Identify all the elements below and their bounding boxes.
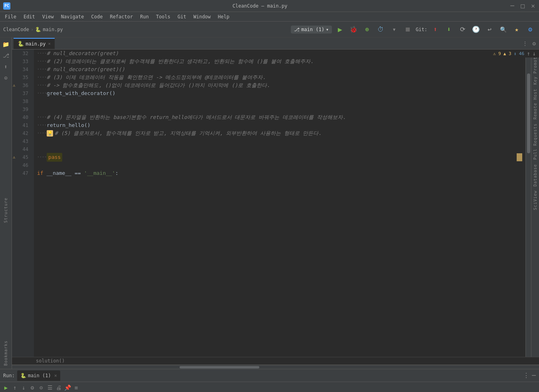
run-filter-button[interactable]: ⊝	[37, 383, 45, 392]
code-line-42: ···· 💡 # (5) 클로저로서, 함수객체를 인자로 받고, 지역상태를 …	[37, 129, 522, 137]
line-33: 33	[12, 57, 32, 65]
tab-bar-right: ⋮ ⚙	[521, 40, 537, 48]
maximize-button[interactable]: □	[520, 3, 525, 9]
scroll-thumb[interactable]	[527, 73, 530, 153]
code-text-37: greet_with_decorator()	[47, 89, 115, 97]
project-name[interactable]: CleanCode	[3, 27, 29, 32]
h-scroll-thumb[interactable]	[180, 366, 259, 368]
git-fetch-button[interactable]: ⟳	[457, 24, 468, 35]
git-push-button[interactable]: ⬆	[430, 24, 441, 35]
info-count: ↕ 46	[514, 51, 525, 56]
nav-up-button[interactable]: ↑	[527, 50, 530, 57]
code-content[interactable]: ···· # null_decorator(greet) ···· # (2) …	[34, 49, 525, 357]
line-39: 39	[12, 105, 32, 113]
search-button[interactable]: 🔍	[498, 24, 509, 35]
run-more-button[interactable]: ⋮	[523, 372, 529, 379]
menu-item-run[interactable]: Run	[137, 13, 152, 20]
tab-settings-icon[interactable]: ⋮	[521, 40, 529, 48]
run-pin-button[interactable]: 📌	[63, 383, 72, 392]
line-36: 36	[12, 81, 32, 89]
menu-item-refactor[interactable]: Refactor	[107, 13, 136, 20]
more-run-button[interactable]: ▾	[389, 24, 400, 35]
toolbar-right: ⎇ main (1) ▾ ▶ 🐞 ⊕ ⏱ ▾ ⏹ Git: ⬆ ⬇ ⟳ 🕐 ↩ …	[291, 24, 536, 35]
settings-button[interactable]: ⚙	[525, 24, 536, 35]
left-sidebar: 📁 ⎇ ⬆ ⊙ Structure Bookmarks	[0, 38, 12, 369]
run-print-button[interactable]: 🖨	[54, 383, 63, 392]
breadcrumb-sep: ›	[31, 27, 34, 32]
git-rollback-button[interactable]: ↩	[484, 24, 495, 35]
scrollbar-area[interactable]	[525, 49, 531, 357]
tab-close-button[interactable]: ×	[48, 41, 51, 46]
menu-item-code[interactable]: Code	[88, 13, 106, 20]
git-pull-button[interactable]: ⬇	[443, 24, 454, 35]
menu-item-git[interactable]: Git	[174, 13, 190, 20]
stop-button[interactable]: ⏹	[402, 24, 413, 35]
run-tab-main[interactable]: 🐍 main (1) ×	[17, 370, 60, 381]
line-32: 32	[12, 49, 32, 57]
code-line-36: ···· # -> 함수호출만해도, ()없이 데코레이터로 들어갔다가 ()까…	[37, 81, 522, 89]
menu-item-edit[interactable]: Edit	[20, 13, 38, 20]
run-list-button[interactable]: ☰	[45, 383, 54, 392]
line-38: 38	[12, 97, 32, 105]
menu-item-help[interactable]: Help	[215, 13, 233, 20]
sidebar-remote-host[interactable]: Remote Host	[532, 87, 538, 121]
line-45: 45	[12, 153, 32, 161]
sidebar-icon-project[interactable]: 📁	[1, 39, 11, 49]
coverage-button[interactable]: ⊕	[361, 24, 373, 35]
sidebar-pull-requests[interactable]: Pull Requests	[532, 122, 538, 161]
code-main-str: '__main__'	[84, 169, 115, 177]
menu-item-window[interactable]: Window	[190, 13, 214, 20]
run-button[interactable]: ▶	[334, 24, 346, 35]
window-title: CleanCode – main.py	[233, 3, 287, 9]
sidebar-database[interactable]: Database	[532, 162, 538, 188]
tab-main-py[interactable]: 🐍 main.py ×	[14, 38, 55, 49]
git-history-button[interactable]: 🕐	[470, 24, 482, 35]
star-button[interactable]: ★	[511, 24, 522, 35]
code-line-40: ···· # (4) 문자열을 반환하는 base기본함수 return_hel…	[37, 113, 522, 121]
menu-item-tools[interactable]: Tools	[153, 13, 174, 20]
debug-button[interactable]: 🐞	[348, 24, 359, 35]
nav-down-button[interactable]: ↓	[533, 50, 536, 57]
line-47: 47	[12, 169, 32, 177]
breadcrumb-toolbar: CleanCode › 🐍 main.py	[3, 27, 63, 32]
run-wrap-button[interactable]: ≡	[72, 383, 81, 392]
run-scroll-down-button[interactable]: ↓	[19, 383, 28, 392]
menu-item-file[interactable]: File	[2, 13, 20, 20]
minimize-button[interactable]: ─	[509, 3, 515, 9]
profile-button[interactable]: ⏱	[375, 24, 386, 35]
tab-gear-icon[interactable]: ⚙	[531, 40, 537, 48]
sidebar-icon-commit[interactable]: ⎇	[1, 50, 11, 61]
code-editor: ⚠ 9 ▲ 3 ↕ 46 ↑ ↓ 32 33 34 35 36 37 38 39…	[12, 49, 539, 357]
horizontal-scrollbar[interactable]	[12, 365, 539, 369]
close-button[interactable]: ✕	[530, 3, 536, 9]
sidebar-structure-label: Structure	[4, 198, 8, 223]
code-colon: :	[115, 169, 118, 177]
code-line-43	[37, 137, 522, 145]
sidebar-icon-pullreq[interactable]: ⬆	[1, 61, 11, 72]
run-play-button[interactable]: ▶	[2, 383, 10, 392]
branch-icon: ⎇	[294, 27, 300, 32]
run-scroll-up-button[interactable]: ↑	[10, 383, 19, 392]
code-name-main: __name__	[46, 169, 71, 177]
code-text-42: # (5) 클로저로서, 함수객체를 인자로 받고, 지역상태를 기억시켜, 외…	[55, 129, 322, 137]
sidebar-icon-github[interactable]: ⊙	[1, 73, 11, 83]
menu-bar: FileEditViewNavigateCodeRefactorRunTools…	[0, 12, 539, 22]
git-branch-button[interactable]: ⎇ main (1) ▾	[291, 26, 332, 34]
error-count: ▲ 3	[503, 51, 511, 56]
sidebar-sciview[interactable]: SciView	[532, 189, 538, 212]
menu-item-navigate[interactable]: Navigate	[58, 13, 87, 20]
run-toolbar: Run: 🐍 main (1) × ⋮ ─	[0, 369, 539, 382]
run-tab-close[interactable]: ×	[54, 373, 57, 378]
window-controls: ─ □ ✕	[509, 3, 536, 9]
code-text-40: # (4) 문자열을 반환하는 base기본함수 return_hello에다가…	[47, 113, 346, 121]
run-minimize-button[interactable]: ─	[532, 372, 536, 379]
run-tab-right: ⋮ ─	[523, 372, 536, 379]
file-name[interactable]: main.py	[43, 27, 63, 32]
run-settings-icon[interactable]: ⚙	[28, 383, 37, 392]
menu-item-view[interactable]: View	[39, 13, 57, 20]
code-text-35: # (3) 이제 데코레이터 작동을 확인했으면 -> 메소드정의부에 @데코레…	[47, 73, 266, 81]
bottom-panel: Run: 🐍 main (1) × ⋮ ─ ▶ ↑ ↓ ⚙ ⊝ ☰ 🖨 📌 ≡ …	[0, 369, 539, 392]
code-text-34: # null_decorator(greet)()	[47, 65, 125, 73]
sidebar-bookmarks-label: Bookmarks	[4, 341, 8, 366]
editor-container: 🐍 main.py × ⋮ ⚙ ⚠ 9 ▲ 3 ↕ 46 ↑ ↓ 32 33	[12, 38, 539, 369]
